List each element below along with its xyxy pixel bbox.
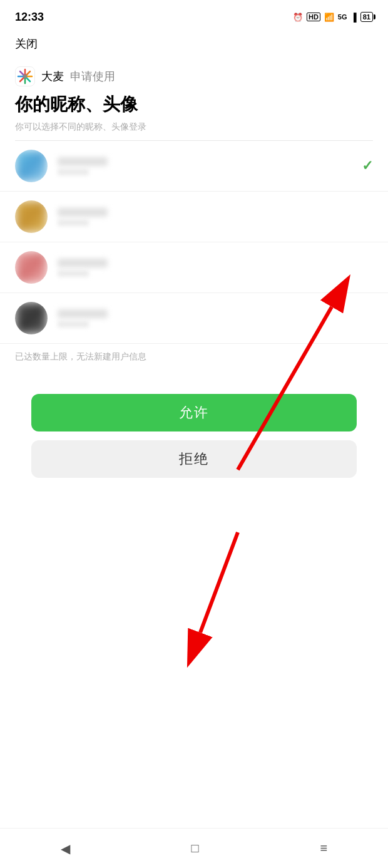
status-bar: 12:33 ⏰ HD 📶 5G ▐ 81 [0,0,388,31]
user-avatar-2 [15,200,48,233]
user-name-blur-2 [58,208,108,217]
svg-line-11 [200,532,238,633]
user-item-3[interactable] [0,242,388,293]
deny-button[interactable]: 拒绝 [31,440,357,478]
limit-notice: 已达数量上限，无法新建用户信息 [0,344,388,375]
bottom-spacer [0,478,388,540]
app-name: 大麦 [41,69,64,84]
back-button[interactable]: ◀ [42,835,89,862]
user-name-blur-1 [58,157,108,166]
user-avatar-1 [15,150,48,182]
recent-apps-button[interactable]: ≡ [301,835,346,862]
user-item-1[interactable]: ✓ [0,141,388,192]
signal-5g-icon: 5G [338,13,347,21]
user-detail-blur-2 [58,219,89,226]
svg-line-5 [20,71,23,75]
avatar-blur-gold [15,200,48,233]
user-list: ✓ [0,141,388,344]
status-time: 12:33 [15,11,44,24]
user-name-blur-4 [58,309,108,318]
avatar-blur-dark [15,302,48,334]
app-action-label: 申请使用 [70,69,115,84]
user-info-3 [58,259,373,277]
user-info-4 [58,309,373,328]
user-detail-blur-1 [58,168,89,175]
home-button[interactable]: □ [173,835,218,862]
user-info-1 [58,157,362,175]
user-item-2[interactable] [0,192,388,242]
selected-checkmark: ✓ [362,158,373,174]
hd-icon: HD [307,13,320,21]
allow-button[interactable]: 允许 [31,394,357,431]
user-avatar-4 [15,302,48,334]
user-info-2 [58,208,373,226]
signal-bars-icon: ▐ [351,13,357,22]
page-title: 你的昵称、头像 [0,89,388,121]
damai-logo-icon [17,68,33,85]
user-avatar-3 [15,251,48,284]
status-icons: ⏰ HD 📶 5G ▐ 81 [293,12,373,22]
alarm-icon: ⏰ [293,13,303,22]
wifi-icon: 📶 [324,13,334,22]
page-subtitle: 你可以选择不同的昵称、头像登录 [0,121,388,140]
svg-line-6 [27,78,30,81]
close-button[interactable]: 关闭 [15,38,38,50]
bottom-nav-bar: ◀ □ ≡ [0,828,388,868]
avatar-blur-pink [15,251,48,284]
button-area: 允许 拒绝 [0,394,388,478]
svg-line-7 [27,71,30,75]
close-bar: 关闭 [0,31,388,61]
battery-icon: 81 [360,12,373,22]
user-name-blur-3 [58,259,108,267]
user-detail-blur-4 [58,321,89,328]
user-detail-blur-3 [58,270,89,277]
avatar-blur-blue [15,150,48,182]
app-header: 大麦 申请使用 [0,61,388,89]
app-icon [15,66,35,86]
spacer [0,375,388,394]
svg-line-8 [20,78,23,81]
user-item-4[interactable] [0,293,388,344]
battery-level: 81 [363,13,370,21]
